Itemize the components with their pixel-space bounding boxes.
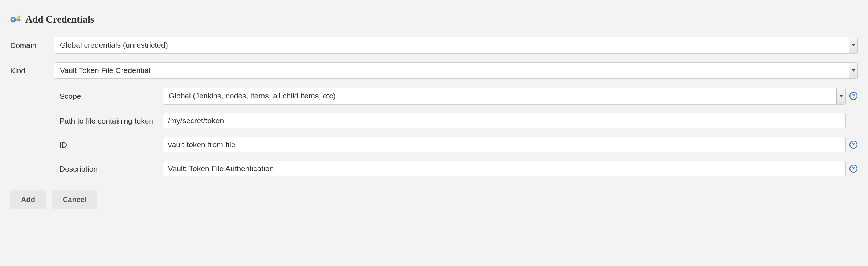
path-label: Path to file containing token xyxy=(54,116,163,125)
svg-rect-3 xyxy=(19,20,20,21)
scope-select-value: Global (Jenkins, nodes, items, all child… xyxy=(169,92,336,100)
path-input[interactable] xyxy=(163,113,846,128)
domain-select[interactable]: Global credentials (unrestricted) xyxy=(54,37,858,53)
description-help-icon[interactable]: ? xyxy=(849,164,858,173)
svg-text:?: ? xyxy=(852,93,855,99)
scope-label: Scope xyxy=(54,91,163,101)
domain-select-value: Global credentials (unrestricted) xyxy=(60,41,168,49)
id-input[interactable] xyxy=(163,137,846,152)
kind-select-chevron[interactable] xyxy=(849,63,857,78)
chevron-down-icon xyxy=(852,69,855,72)
spacer xyxy=(849,116,858,125)
kind-label: Kind xyxy=(10,66,54,75)
chevron-down-icon xyxy=(852,44,855,46)
kind-select-value: Vault Token File Credential xyxy=(60,66,150,75)
description-label: Description xyxy=(54,164,163,173)
domain-label: Domain xyxy=(10,40,54,50)
scope-help-icon[interactable]: ? xyxy=(849,92,858,100)
scope-select-chevron[interactable] xyxy=(836,88,845,104)
domain-select-chevron[interactable] xyxy=(849,37,857,53)
description-input[interactable] xyxy=(163,161,846,176)
svg-point-1 xyxy=(12,19,14,20)
add-button[interactable]: Add xyxy=(10,190,46,209)
chevron-down-icon xyxy=(839,95,843,97)
svg-point-4 xyxy=(17,16,20,19)
svg-text:?: ? xyxy=(852,166,855,172)
key-icon xyxy=(10,15,21,24)
cancel-button[interactable]: Cancel xyxy=(52,190,98,209)
svg-text:?: ? xyxy=(852,142,855,148)
kind-select[interactable]: Vault Token File Credential xyxy=(54,62,858,79)
id-label: ID xyxy=(54,140,163,149)
scope-select[interactable]: Global (Jenkins, nodes, items, all child… xyxy=(163,88,846,104)
page-title: Add Credentials xyxy=(25,14,94,25)
id-help-icon[interactable]: ? xyxy=(849,140,858,149)
